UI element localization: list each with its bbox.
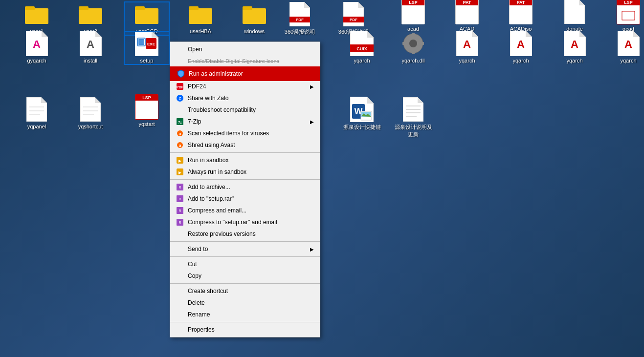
icon-yqarch3[interactable]: A yqarch <box>499 32 543 64</box>
icon-word-doc[interactable]: W 源泉设计快捷键 <box>340 98 384 131</box>
icon-label: yqstart <box>137 121 156 127</box>
svg-marker-26 <box>95 31 102 37</box>
menu-run-sandbox[interactable]: ▶ Run in sandbox <box>170 154 320 166</box>
menu-add-archive[interactable]: R Add to archive... <box>170 181 320 193</box>
menu-restore-versions[interactable]: Restore previous versions <box>170 228 320 240</box>
menu-add-setup-rar-label: Add to "setup.rar" <box>188 195 314 202</box>
svg-rect-4 <box>135 8 158 24</box>
icon-label: 360误报说明 <box>283 28 316 36</box>
menu-rename[interactable]: Rename <box>170 309 320 320</box>
menu-pdf24[interactable]: PDF PDF24 ▶ <box>170 81 320 92</box>
menu-copy[interactable]: Copy <box>170 270 320 282</box>
lsp-icon: LSP <box>401 0 425 23</box>
menu-delete-label: Delete <box>188 299 314 306</box>
avast-shred-icon: a <box>176 141 184 149</box>
copy-icon <box>176 272 184 280</box>
icon-360error1[interactable]: PDF 360误报说明 <box>278 2 322 36</box>
txt-doc-icon <box>401 98 425 121</box>
send-to-icon <box>176 245 184 253</box>
menu-compress-email[interactable]: R Compress and email... <box>170 205 320 216</box>
menu-cut[interactable]: Cut <box>170 258 320 270</box>
menu-7zip[interactable]: 7z 7-Zip ▶ <box>170 116 320 127</box>
7zip-icon: 7z <box>176 118 184 126</box>
icon-donate[interactable]: donate <box>553 0 597 32</box>
folder-icon <box>189 2 212 26</box>
icon-label: setup <box>139 57 155 64</box>
separator-5 <box>170 283 320 284</box>
icon-gyqarch[interactable]: A gyqarch <box>15 32 59 64</box>
icon-yqarch-cuix[interactable]: CUIX yqarch <box>340 32 384 64</box>
svg-rect-6 <box>189 8 212 24</box>
menu-compress-setup-email[interactable]: R Compress to "setup.rar" and email <box>170 216 320 228</box>
menu-add-setup-rar[interactable]: R Add to "setup.rar" <box>170 193 320 205</box>
rename-icon <box>176 311 184 318</box>
icon-yqarch4[interactable]: A yqarch <box>553 32 597 64</box>
menu-delete[interactable]: Delete <box>170 297 320 309</box>
icon-txt-doc[interactable]: 源泉设计说明及 更新 <box>391 98 435 139</box>
icon-yqarch-dll[interactable]: yqarch.dll <box>391 32 435 64</box>
icon-label: yqshortcut <box>77 123 105 130</box>
icon-user2[interactable]: user2 <box>68 2 112 35</box>
icon-ACAD[interactable]: PAT ACAD <box>445 0 489 32</box>
icon-yqstart[interactable]: LSP yqstart <box>125 95 169 127</box>
open-icon <box>176 45 184 53</box>
icon-label: yqarch <box>565 57 584 64</box>
svg-rect-3 <box>79 6 89 10</box>
menu-always-sandbox[interactable]: ▶ Always run in sandbox <box>170 166 320 178</box>
menu-restore-versions-label: Restore previous versions <box>188 231 314 237</box>
icon-userHBA[interactable]: userHBA <box>178 2 222 35</box>
icon-install[interactable]: A install <box>68 32 112 64</box>
svg-rect-12 <box>290 2 304 7</box>
menu-pdf24-label: PDF24 <box>188 83 310 90</box>
menu-enable-disable[interactable]: Enable/Disable Digital Signature Icons <box>170 55 320 67</box>
menu-properties[interactable]: Properties <box>170 324 320 336</box>
menu-run-as-admin[interactable]: Run as administrator <box>170 67 320 81</box>
icon-yqshortcut[interactable]: yqshortcut <box>68 98 112 130</box>
menu-shred-avast[interactable]: a Shred using Avast <box>170 139 320 151</box>
menu-run-as-admin-label: Run as administrator <box>189 70 313 77</box>
menu-7zip-label: 7-Zip <box>188 118 310 125</box>
icon-yqarch5[interactable]: A yqarch <box>606 32 644 64</box>
shortcut-icon <box>176 287 184 295</box>
icon-label: windows <box>243 28 266 35</box>
icon-setup[interactable]: EXE setup <box>125 32 169 64</box>
menu-troubleshoot[interactable]: Troubleshoot compatibility <box>170 104 320 116</box>
rar-setup-email-icon: R <box>176 218 184 226</box>
svg-text:A: A <box>571 38 578 50</box>
icon-user1[interactable]: user1 <box>15 2 59 35</box>
folder-icon <box>243 2 266 26</box>
generic-doc-icon <box>25 98 48 121</box>
icon-windows[interactable]: windows <box>232 2 276 35</box>
restore-icon <box>176 230 184 238</box>
svg-text:PDF: PDF <box>350 18 357 22</box>
dll-icon <box>401 32 425 55</box>
menu-troubleshoot-label: Troubleshoot compatibility <box>188 106 314 113</box>
icon-yqarch2[interactable]: A yqarch <box>445 32 489 64</box>
icon-label: userHBA <box>188 28 213 35</box>
font-file-icon5: A <box>563 32 586 55</box>
menu-always-sandbox-label: Always run in sandbox <box>188 168 314 175</box>
icon-yqpanel[interactable]: yqpanel <box>15 98 59 130</box>
icon-label: yqarch <box>457 57 476 64</box>
menu-send-to[interactable]: Send to ▶ <box>170 243 320 255</box>
svg-rect-43 <box>420 42 424 45</box>
cuix-icon: CUIX <box>350 32 374 55</box>
svg-marker-57 <box>41 97 47 103</box>
desktop: user1 user2 userCCD userHBA <box>0 0 644 357</box>
rar-email-icon: R <box>176 207 184 214</box>
svg-text:▶: ▶ <box>178 159 182 163</box>
icon-acad[interactable]: LSP acad <box>391 0 435 32</box>
icon-ACADiso[interactable]: PAT ACADiso <box>499 0 543 32</box>
menu-share-zalo[interactable]: Z Share with Zalo <box>170 92 320 104</box>
svg-rect-8 <box>243 8 266 24</box>
icon-gcad[interactable]: LSP gcad <box>606 0 644 32</box>
menu-send-to-label: Send to <box>188 246 310 252</box>
rar-archive-icon: R <box>176 183 184 191</box>
icon-userCCD[interactable]: userCCD <box>125 2 169 35</box>
menu-shred-avast-label: Shred using Avast <box>188 142 314 148</box>
menu-open[interactable]: Open <box>170 43 320 55</box>
svg-text:7z: 7z <box>178 121 182 124</box>
menu-scan-viruses[interactable]: a Scan selected items for viruses <box>170 127 320 139</box>
svg-text:▶: ▶ <box>178 170 182 175</box>
menu-create-shortcut[interactable]: Create shortcut <box>170 285 320 297</box>
